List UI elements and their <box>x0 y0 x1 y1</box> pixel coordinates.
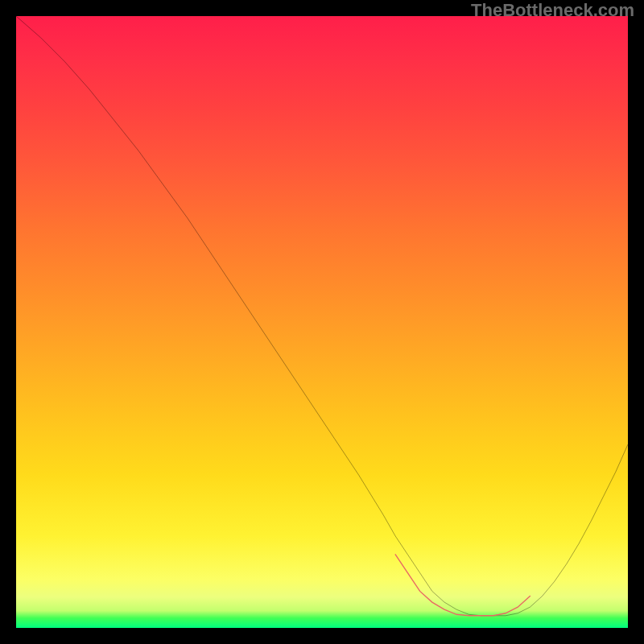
chart-frame: TheBottleneck.com <box>0 0 644 644</box>
valley-highlight <box>395 555 530 616</box>
curve-layer <box>16 16 628 628</box>
plot-area <box>16 16 628 628</box>
watermark-label: TheBottleneck.com <box>471 0 634 21</box>
bottleneck-curve <box>16 16 628 616</box>
